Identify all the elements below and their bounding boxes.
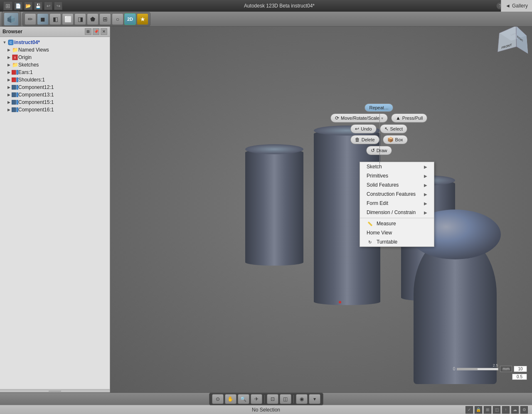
sketches-folder-icon: 📁 <box>12 62 18 68</box>
select-button[interactable]: ↖ Select <box>380 124 408 133</box>
status-grid-icon[interactable]: ⊞ <box>484 406 491 414</box>
fit-all-button[interactable]: ⊡ <box>267 394 278 404</box>
tree-item-comp12[interactable]: ▶ Component12:1 <box>6 84 110 91</box>
pan-nav-button[interactable]: ✋ <box>225 394 236 404</box>
shoulders-label: Shoulders:1 <box>18 77 45 83</box>
select-label: Select <box>390 126 403 131</box>
undo-button[interactable]: ↩ Undo <box>350 124 376 133</box>
gallery-arrow-icon: ◄ <box>505 3 510 9</box>
home-cube-button[interactable] <box>4 12 19 26</box>
status-cloud-icon[interactable]: ☁ <box>511 406 519 414</box>
section-button[interactable]: ◫ <box>280 394 291 404</box>
orbit-button[interactable]: ○ <box>112 13 123 25</box>
redo-icon[interactable]: ↪ <box>54 2 62 10</box>
browser-grid-icon[interactable]: ⊞ <box>85 28 91 35</box>
open-icon[interactable]: 📂 <box>24 2 32 10</box>
center-origin-dot <box>339 301 341 303</box>
ctx-measure[interactable]: 📏 Measure <box>360 219 434 228</box>
svg-rect-11 <box>12 78 16 82</box>
press-pull-button[interactable]: ▲ Press/Pull <box>391 113 427 123</box>
top-view-button[interactable]: ⬜ <box>62 13 74 25</box>
more-options-button[interactable]: ▾ <box>309 394 320 404</box>
undo-icon[interactable]: ↩ <box>44 2 52 10</box>
tree-item-comp13[interactable]: ▶ Component13:1 <box>6 91 110 99</box>
render-button[interactable]: ★ <box>137 13 148 25</box>
status-text: No Selection <box>252 407 280 413</box>
viewcube-container[interactable]: FRONT TOP RIGHT <box>499 31 528 60</box>
shoulders-arrow-icon: ▶ <box>6 77 12 83</box>
delete-label: Delete <box>362 137 375 142</box>
split-view-button[interactable]: ⊞ <box>99 13 111 25</box>
viewcube-front-face[interactable]: FRONT <box>498 27 517 52</box>
tree-item-sketches[interactable]: ▶ 📁 Sketches <box>6 61 110 69</box>
box-button[interactable]: 📦 Box <box>383 135 408 144</box>
front-view-button[interactable]: ◧ <box>49 13 61 25</box>
pencil-button[interactable]: ✏ <box>25 13 36 25</box>
ctx-solid-features-arrow-icon: ▶ <box>424 183 427 187</box>
main-area: Browser ⊞ 📌 ✕ ▼ C instruct04* ▶ 📁 <box>0 27 532 392</box>
perspective-button[interactable]: ⬟ <box>87 13 99 25</box>
viewport[interactable]: Repeat… ⟳ Move/Rotate/Scale ▾ ▲ Press/Pu… <box>110 27 532 392</box>
display-mode-button[interactable]: ◉ <box>296 394 308 404</box>
delete-button[interactable]: 🗑 Delete <box>350 135 379 144</box>
ctx-primitives-label: Primitives <box>367 173 388 179</box>
tree-item-comp16[interactable]: ▶ Component16:1 <box>6 106 110 113</box>
ears-icon <box>12 69 18 75</box>
ruler-value1: 0.5 <box>512 374 527 380</box>
browser-pin-icon[interactable]: 📌 <box>93 28 99 35</box>
right-view-button[interactable]: ◨ <box>74 13 86 25</box>
gallery-tab[interactable]: ◄ Gallery <box>501 0 532 12</box>
ctx-home-view[interactable]: Home View <box>360 228 434 237</box>
save-icon[interactable]: 💾 <box>34 2 42 10</box>
sketches-label: Sketches <box>18 62 39 68</box>
orbit-nav-button[interactable]: ⊙ <box>212 394 224 404</box>
tree-item-shoulders[interactable]: ▶ Shoulders:1 <box>6 76 110 84</box>
fly-nav-button[interactable]: ✈ <box>251 394 262 404</box>
new-icon[interactable]: 📄 <box>14 2 22 10</box>
app-menu-icon[interactable]: ⊞ <box>3 1 12 10</box>
status-share-icon[interactable]: ↑ <box>502 406 510 414</box>
menu-connector-line <box>379 114 380 164</box>
status-display-icon[interactable]: ◫ <box>493 406 500 414</box>
main-toolbar: ✏ ◼ ◧ ⬜ ◨ ⬟ ⊞ ○ 2D ★ <box>0 12 532 27</box>
zoom-nav-button[interactable]: 🔍 <box>238 394 249 404</box>
2d-toggle-button[interactable]: 2D <box>124 13 136 25</box>
ruler-scale: 0 2.5 mm 10 0.5 <box>453 366 527 380</box>
status-check-icon[interactable]: ✓ <box>466 406 473 414</box>
comp16-arrow-icon: ▶ <box>6 107 12 113</box>
tree-root[interactable]: ▼ C instruct04* <box>0 39 110 46</box>
ctx-sketch[interactable]: Sketch ▶ <box>360 162 434 171</box>
solid-view-button[interactable]: ◼ <box>37 13 49 25</box>
browser-close-icon[interactable]: ✕ <box>101 28 107 35</box>
ears-arrow-icon: ▶ <box>6 69 12 75</box>
status-lock-icon[interactable]: 🔒 <box>475 406 482 414</box>
ctx-turntable[interactable]: ↻ Turntable <box>360 237 434 246</box>
ctx-construction-features[interactable]: Construction Features ▶ <box>360 190 434 199</box>
named-views-label: Named Views <box>18 47 49 53</box>
ctx-primitives[interactable]: Primitives ▶ <box>360 171 434 180</box>
tree-item-ears[interactable]: ▶ Ears:1 <box>6 69 110 76</box>
cylinder-dome <box>414 234 497 384</box>
origin-arrow-icon: ▶ <box>6 54 12 60</box>
ruler-bar: 2.5 <box>457 368 498 370</box>
ctx-sketch-label: Sketch <box>367 164 382 170</box>
comp13-label: Component13:1 <box>18 92 54 98</box>
origin-label: Origin <box>18 54 32 60</box>
tree-item-comp15[interactable]: ▶ Component15:1 <box>6 99 110 106</box>
draw-button[interactable]: ↺ Draw <box>366 146 392 155</box>
repeat-button[interactable]: Repeat… <box>365 104 393 112</box>
ctx-solid-features[interactable]: Solid Features ▶ <box>360 180 434 190</box>
viewcube-right-face[interactable]: RIGHT <box>516 27 528 54</box>
ctx-dimension[interactable]: Dimension / Constrain ▶ <box>360 208 434 217</box>
shoulders-icon <box>12 77 18 83</box>
viewcube-3d[interactable]: FRONT TOP RIGHT <box>505 31 523 55</box>
ctx-form-edit[interactable]: Form Edit ▶ <box>360 199 434 208</box>
browser-resize-handle[interactable] <box>0 389 110 392</box>
tree-item-origin[interactable]: ▶ X Origin <box>6 54 110 61</box>
viewcube[interactable]: FRONT TOP RIGHT <box>499 31 528 60</box>
tree-item-named-views[interactable]: ▶ 📁 Named Views <box>6 46 110 54</box>
radial-row-draw: ↺ Draw <box>366 146 392 155</box>
comp16-label: Component16:1 <box>18 107 54 113</box>
ruler-scale-right: 2.5 <box>493 363 498 367</box>
status-settings-icon[interactable]: ⚙ <box>520 406 528 414</box>
